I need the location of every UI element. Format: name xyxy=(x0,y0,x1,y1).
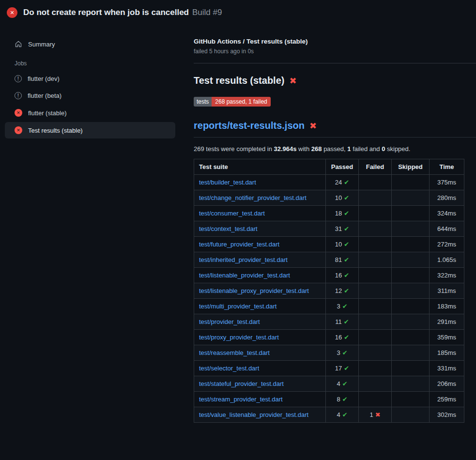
skipped-cell xyxy=(392,283,430,299)
time-cell: 280ms xyxy=(430,190,464,206)
test-results-table: Test suite Passed Failed Skipped Time te… xyxy=(194,159,464,423)
time-cell: 324ms xyxy=(430,206,464,221)
check-icon: ✔ xyxy=(342,396,348,403)
failed-cell xyxy=(359,190,392,206)
table-row: test/consumer_test.dart 18✔ 324ms xyxy=(194,206,464,221)
suite-link[interactable]: test/selector_test.dart xyxy=(199,365,259,372)
table-row: test/change_notifier_provider_test.dart … xyxy=(194,190,464,206)
table-row: test/builder_test.dart 24✔ 375ms xyxy=(194,175,464,190)
jobs-section-label: Jobs xyxy=(15,60,180,67)
skipped-cell xyxy=(392,330,430,345)
col-header-time: Time xyxy=(430,159,464,175)
passed-cell: 4✔ xyxy=(326,376,359,392)
table-row: test/inherited_provider_test.dart 81✔ 1.… xyxy=(194,252,464,268)
suite-link[interactable]: test/builder_test.dart xyxy=(199,179,256,186)
passed-cell: 12✔ xyxy=(326,283,359,299)
col-header-passed: Passed xyxy=(326,159,359,175)
time-cell: 272ms xyxy=(430,237,464,252)
badge-label: tests xyxy=(194,97,212,107)
badge-value: 268 passed, 1 failed xyxy=(212,97,270,107)
sidebar-item-flutter-stable[interactable]: ✕ flutter (stable) xyxy=(5,105,175,121)
passed-cell: 31✔ xyxy=(326,221,359,237)
failed-cell xyxy=(359,237,392,252)
check-icon: ✔ xyxy=(344,287,349,294)
check-icon: ✔ xyxy=(344,225,349,232)
failed-cell xyxy=(359,175,392,190)
failed-cell xyxy=(359,252,392,268)
time-cell: 1.065s xyxy=(430,252,464,268)
check-icon: ✔ xyxy=(342,380,348,387)
table-header-row: Test suite Passed Failed Skipped Time xyxy=(194,159,464,175)
suite-link[interactable]: test/listenable_proxy_provider_test.dart xyxy=(199,287,309,294)
sidebar-item-flutter-dev[interactable]: ! flutter (dev) xyxy=(5,71,175,87)
skipped-cell xyxy=(392,407,430,423)
time-cell: 206ms xyxy=(430,376,464,392)
table-row: test/listenable_provider_test.dart 16✔ 3… xyxy=(194,268,464,283)
skipped-cell xyxy=(392,175,430,190)
suite-link[interactable]: test/change_notifier_provider_test.dart xyxy=(199,194,307,201)
passed-cell: 10✔ xyxy=(326,190,359,206)
suite-link[interactable]: test/context_test.dart xyxy=(199,225,258,232)
job-label: flutter (dev) xyxy=(28,75,60,82)
failed-cell xyxy=(359,330,392,345)
check-icon: ✔ xyxy=(342,303,348,310)
failed-cell xyxy=(359,268,392,283)
skipped-cell xyxy=(392,361,430,376)
suite-link[interactable]: test/value_listenable_provider_test.dart xyxy=(199,411,308,418)
suite-link[interactable]: test/provider_test.dart xyxy=(199,318,260,325)
passed-cell: 24✔ xyxy=(326,175,359,190)
table-row: test/proxy_provider_test.dart 16✔ 359ms xyxy=(194,330,464,345)
sidebar-summary-label: Summary xyxy=(28,41,55,48)
time-cell: 359ms xyxy=(430,330,464,345)
table-row: test/reassemble_test.dart 3✔ 185ms xyxy=(194,345,464,361)
suite-link[interactable]: test/reassemble_test.dart xyxy=(199,349,270,356)
sidebar-item-flutter-beta[interactable]: ! flutter (beta) xyxy=(5,88,175,104)
passed-cell: 11✔ xyxy=(326,314,359,330)
results-tbody: test/builder_test.dart 24✔ 375ms test/ch… xyxy=(194,175,464,423)
skipped-cell xyxy=(392,314,430,330)
passed-cell: 3✔ xyxy=(326,299,359,314)
failed-cell xyxy=(359,392,392,407)
time-cell: 259ms xyxy=(430,392,464,407)
suite-link[interactable]: test/stateful_provider_test.dart xyxy=(199,380,284,387)
passed-cell: 8✔ xyxy=(326,392,359,407)
job-label: Test results (stable) xyxy=(28,127,83,134)
passed-cell: 4✔ xyxy=(326,407,359,423)
skipped-cell xyxy=(392,299,430,314)
sidebar-item-test-results-stable[interactable]: ✕ Test results (stable) xyxy=(5,122,175,138)
failed-cell xyxy=(359,221,392,237)
col-header-failed: Failed xyxy=(359,159,392,175)
failed-cell xyxy=(359,283,392,299)
suite-link[interactable]: test/consumer_test.dart xyxy=(199,210,265,217)
passed-cell: 17✔ xyxy=(326,361,359,376)
col-header-skipped: Skipped xyxy=(392,159,430,175)
suite-link[interactable]: test/proxy_provider_test.dart xyxy=(199,334,279,341)
failed-status-icon: ✕ xyxy=(15,126,22,134)
failed-status-icon: ✕ xyxy=(15,109,22,117)
table-row: test/multi_provider_test.dart 3✔ 183ms xyxy=(194,299,464,314)
report-file-link[interactable]: reports/test-results.json xyxy=(194,120,305,131)
suite-link[interactable]: test/stream_provider_test.dart xyxy=(199,396,283,403)
suite-link[interactable]: test/multi_provider_test.dart xyxy=(199,303,276,310)
sidebar-item-summary[interactable]: Summary xyxy=(5,36,175,52)
x-circle-icon: ✕ xyxy=(7,7,17,18)
suite-link[interactable]: test/listenable_provider_test.dart xyxy=(199,272,290,279)
suite-link[interactable]: test/inherited_provider_test.dart xyxy=(199,256,288,263)
time-cell: 311ms xyxy=(430,283,464,299)
passed-cell: 16✔ xyxy=(326,330,359,345)
table-row: test/value_listenable_provider_test.dart… xyxy=(194,407,464,423)
section-heading: Test results (stable) ✖ xyxy=(194,75,476,86)
check-icon: ✔ xyxy=(344,179,349,186)
failed-cell xyxy=(359,314,392,330)
sidebar: Summary Jobs ! flutter (dev) ! flutter (… xyxy=(0,25,180,139)
x-icon: ✖ xyxy=(375,411,381,418)
time-cell: 644ms xyxy=(430,221,464,237)
run-meta: failed 5 hours ago in 0s xyxy=(194,48,476,55)
check-icon: ✔ xyxy=(344,210,349,217)
suite-link[interactable]: test/future_provider_test.dart xyxy=(199,241,279,248)
time-cell: 331ms xyxy=(430,361,464,376)
page-title: Do not create report when job is cancell… xyxy=(23,8,189,17)
job-label: flutter (stable) xyxy=(28,109,66,117)
check-icon: ✔ xyxy=(344,365,349,372)
failed-x-icon: ✖ xyxy=(309,122,317,130)
